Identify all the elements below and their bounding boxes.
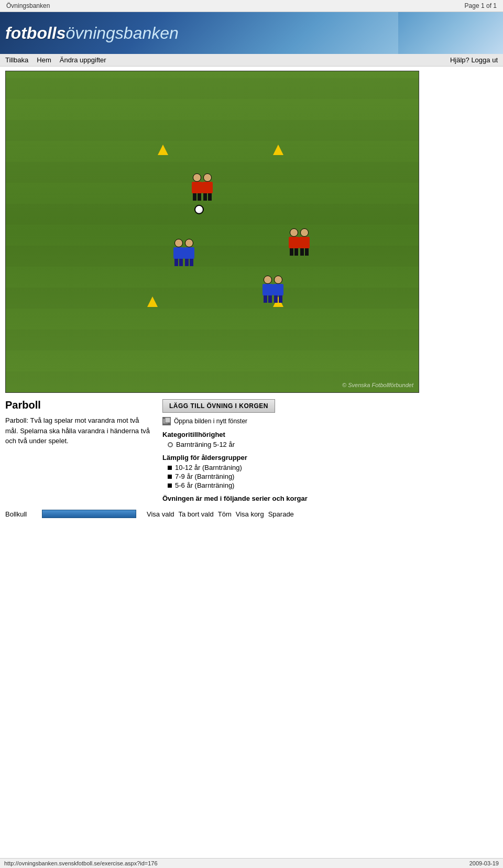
blue-player-1 [173,239,184,266]
below-image-section: Parboll Parboll: Två lag spelar mot vara… [5,399,498,506]
blue-player-4 [273,276,283,303]
blue-player-2 [184,239,194,266]
nav-right: Hjälp? Logga ut [450,56,498,64]
logo-fotbolls: fotbolls [5,24,66,43]
nav-andra[interactable]: Ändra uppgifter [60,56,106,64]
series-label: Övningen är med i följande serier och ko… [162,495,498,502]
player-body [173,247,184,259]
player-head [203,173,212,182]
bollkull-row: Bollkull Visa vald Ta bort vald Töm Visa… [5,510,498,518]
svg-rect-1 [165,417,170,423]
player-body [289,237,299,248]
field-background [6,71,419,392]
player-leg-left [300,248,304,256]
player-legs [193,193,201,201]
player-leg-left [174,259,178,266]
suitable-item-text-2: 7-9 år (Barnträning) [175,473,234,480]
nav-logga-ut[interactable]: Logga ut [471,56,498,64]
bollkull-progress-bar [42,510,136,518]
bullet-icon-1 [168,466,172,470]
browser-title: Övningsbanken [6,2,50,9]
sparade-link[interactable]: Sparade [268,510,294,518]
red-player-2 [202,173,213,201]
soccer-ball [194,205,204,214]
logo-ovningsbanken: övningsbanken [66,24,179,43]
left-panel: Parboll Parboll: Två lag spelar mot vara… [5,399,152,506]
ta-bort-link[interactable]: Ta bort vald [179,510,214,518]
player-leg-left [203,193,207,201]
player-leg-left [264,295,267,303]
right-panel: LÄGG TILL ÖVNING I KORGEN Öppna bilden i… [162,399,498,506]
player-leg-right [198,193,201,201]
player-leg-left [185,259,189,266]
nav-tillbaka[interactable]: Tillbaka [5,56,28,64]
category-item-1: Barnträning 5-12 år [168,441,498,448]
player-body [192,182,202,193]
suitable-item-text-1: 10-12 år (Barnträning) [175,464,242,471]
cone-1 [158,145,168,155]
exercise-title: Parboll [5,399,152,411]
page-info: Page 1 of 1 [465,2,497,9]
suitable-item-text-3: 5-6 år (Barnträning) [175,481,234,489]
add-to-basket-button[interactable]: LÄGG TILL ÖVNING I KORGEN [162,399,275,413]
player-head [193,173,201,182]
player-body [263,284,273,295]
player-legs [185,259,193,266]
cone-2 [273,145,283,155]
player-leg-left [193,193,196,201]
player-legs [300,248,309,256]
nav-hjalp[interactable]: Hjälp? [450,56,469,64]
player-body [184,247,194,259]
category-item-text: Barnträning 5-12 år [176,441,235,448]
player-leg-right [279,295,282,303]
player-leg-right [268,295,272,303]
category-section: Kategoritillhörighet Barnträning 5-12 år [162,431,498,448]
player-body [299,237,310,248]
suitable-label: Lämplig för åldersgrupper [162,454,498,462]
suitable-item-3: 5-6 år (Barnträning) [168,481,498,489]
player-head [300,228,309,237]
player-leg-right [294,248,298,256]
nav-hem[interactable]: Hem [37,56,51,64]
field-image: © Svenska Fotbollförbundet [5,71,419,393]
bullet-icon-3 [168,484,172,488]
player-legs [203,193,212,201]
player-leg-right [305,248,309,256]
browser-title-bar: Övningsbanken Page 1 of 1 [0,0,503,12]
tom-link[interactable]: Töm [218,510,232,518]
player-legs [174,259,183,266]
blue-player-3 [263,276,273,303]
player-leg-right [208,193,212,201]
visa-vald-link[interactable]: Visa vald [147,510,174,518]
suitable-item-2: 7-9 år (Barnträning) [168,473,498,480]
nav-bar: Tillbaka Hem Ändra uppgifter Hjälp? Logg… [0,54,503,67]
field-copyright: © Svenska Fotbollförbundet [342,382,413,388]
player-body [202,182,213,193]
bollkull-actions: Visa vald Ta bort vald Töm Visa korg Spa… [147,510,294,518]
player-head [264,276,272,284]
bollkull-label: Bollkull [5,510,37,518]
red-player-3 [289,228,299,256]
open-window-icon [162,417,171,425]
main-content: © Svenska Fotbollförbundet Parboll Parbo… [0,67,503,522]
player-head [274,276,282,284]
player-legs [274,295,282,303]
suitable-item-1: 10-12 år (Barnträning) [168,464,498,471]
player-legs [264,295,272,303]
open-new-window-link[interactable]: Öppna bilden i nytt fönster [162,417,498,425]
player-leg-left [290,248,293,256]
player-head [290,228,298,237]
suitable-section: Lämplig för åldersgrupper 10-12 år (Barn… [162,454,498,489]
red-player-1 [192,173,202,201]
player-head [185,239,193,247]
exercise-description: Parboll: Två lag spelar mot varandra mot… [5,415,152,446]
nav-left: Tillbaka Hem Ändra uppgifter [5,56,106,64]
open-link-text: Öppna bilden i nytt fönster [174,417,247,425]
player-leg-right [179,259,183,266]
visa-korg-link[interactable]: Visa korg [236,510,264,518]
player-body [273,284,283,295]
player-leg-left [274,295,278,303]
player-head [174,239,183,247]
player-leg-right [190,259,193,266]
radio-circle-icon [168,442,173,447]
